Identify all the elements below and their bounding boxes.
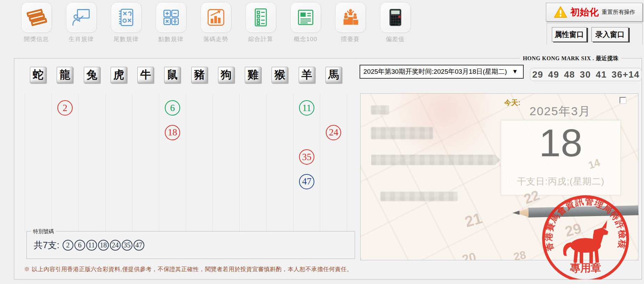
grid-column-馬 (320, 94, 347, 232)
toolbar-item-zodiac-pattern[interactable]: 生肖規律 (59, 2, 104, 43)
toolbar-item-label: 點數規律 (159, 35, 184, 43)
zodiac-cell: 蛇 (25, 63, 51, 86)
grid-column-猴 (267, 94, 293, 232)
horse-icon (563, 220, 608, 263)
special-number-11: 11 (86, 240, 97, 251)
toolbar-item-label: 生肖規律 (69, 35, 94, 43)
calendar-month-title: 2025年3月 (515, 103, 605, 119)
zodiac-button-狗[interactable]: 狗 (218, 67, 234, 83)
grid-column-兔 (79, 94, 105, 232)
grid-column-牛 (132, 94, 159, 232)
blurred-text-block (371, 105, 389, 115)
toolbar-item-label: 綜合計算 (248, 35, 273, 43)
toolbar-item-tail-pattern[interactable]: 尾數規律 (104, 2, 148, 43)
zodiac-cell: 牛 (132, 63, 159, 86)
zodiac-cell: 猴 (266, 63, 293, 86)
special-number-18: 18 (98, 240, 109, 251)
special-number-6: 6 (74, 240, 85, 251)
special-number-2: 2 (63, 240, 73, 251)
zodiac-cell: 兔 (79, 63, 105, 86)
calendar-day-card: 18 干支日:丙戌;(星期二) (501, 120, 621, 195)
grid-column-龍 (52, 94, 79, 232)
ganzhi-line: 干支日:丙戌;(星期二) (501, 175, 620, 188)
properties-window-button[interactable]: 属性窗口 (552, 27, 587, 42)
special-count-label: 共7支: (34, 239, 59, 251)
zodiac-cell: 馬 (320, 63, 347, 86)
draw-period-value: 2025年第30期开奖时间:2025年03月18日(星期二) (360, 67, 507, 76)
toolbar-item-trend[interactable]: 落碼走勢 (193, 2, 238, 43)
calendar-checkbox[interactable] (620, 97, 626, 103)
calendar-bg-number: 20 (461, 250, 478, 260)
zodiac-button-猴[interactable]: 猴 (272, 67, 288, 83)
entry-window-button[interactable]: 录入窗口 (591, 27, 628, 42)
grid-column-狗 (213, 94, 240, 232)
calendar-bg-number: 21 (463, 209, 484, 231)
toolbar-item-label: 開獎信息 (24, 35, 49, 43)
bar-chart-icon (201, 2, 231, 33)
latest-draw-box: 29 49 48 30 41 36+14 (530, 68, 642, 81)
checklist-icon (245, 2, 276, 33)
disclaimer-text: ※ 以上內容引用香港正版六合彩資料,僅提供參考，不保證其正確性，閱覽者若用於投資… (24, 266, 353, 273)
initialize-button[interactable]: 初始化 重置所有操作 (546, 3, 643, 22)
toolbar-item-composite-calc[interactable]: 綜合計算 (238, 2, 283, 43)
calendar-day-number: 18 (501, 123, 620, 164)
toolbar-item-deviation[interactable]: 偏差值 (373, 2, 418, 43)
toolbar-item-label: 尾數規律 (114, 35, 139, 43)
app-window: { "toolbar": { "items": [ {"name": "lott… (0, 0, 644, 284)
zodiac-button-豬[interactable]: 豬 (191, 67, 208, 83)
grid-column-鼠 (159, 94, 186, 232)
blurred-text-block (371, 127, 433, 139)
toolbar-item-concept-100[interactable]: 概念100 (283, 2, 328, 43)
zodiac-button-兔[interactable]: 兔 (84, 67, 100, 83)
zodiac-cell: 豬 (186, 63, 213, 86)
zodiac-grid (25, 94, 347, 232)
zodiac-button-龍[interactable]: 龍 (57, 67, 73, 83)
grid-column-雞 (240, 94, 266, 232)
toolbar-item-label: 擂臺賽 (341, 35, 360, 43)
toolbar-item-label: 偏差值 (386, 35, 405, 43)
red-stamp: 香港賽馬會資訊管理局特許檢核 專用章 (540, 194, 631, 284)
latest-draw-numbers: 29 49 48 30 41 36+14 (532, 69, 640, 80)
blurred-text-block (371, 155, 500, 165)
math-grid-icon (156, 2, 186, 33)
newspaper-icon (290, 2, 321, 33)
zodiac-cell: 鼠 (159, 63, 186, 86)
zodiac-button-row: 蛇龍兔虎牛鼠豬狗雞猴羊馬 (25, 63, 347, 86)
strategy-icon (111, 2, 142, 33)
toolbar-item-lottery-info[interactable]: 開獎信息 (14, 2, 59, 43)
grid-column-羊 (293, 94, 320, 232)
special-number-35: 35 (122, 240, 132, 251)
toolbar-item-label: 落碼走勢 (203, 35, 228, 43)
grid-column-豬 (186, 94, 213, 232)
zodiac-button-虎[interactable]: 虎 (111, 67, 127, 83)
zodiac-button-牛[interactable]: 牛 (137, 67, 154, 83)
special-number-24: 24 (110, 240, 121, 251)
draw-period-dropdown[interactable]: 2025年第30期开奖时间:2025年03月18日(星期二) ▼ (360, 65, 524, 79)
chevron-down-icon: ▼ (507, 68, 523, 75)
calendar-bg-number: 28 (513, 248, 528, 260)
blurred-text-block (380, 192, 458, 201)
zodiac-button-蛇[interactable]: 蛇 (30, 67, 46, 83)
stamp-bottom-text: 專用章 (570, 262, 601, 274)
grid-column-虎 (106, 94, 132, 232)
zodiac-cell: 羊 (293, 63, 320, 86)
zodiac-cell: 龍 (51, 63, 78, 86)
special-numbers-legend: 特別號碼 (31, 228, 56, 235)
initialize-label: 初始化 (571, 6, 599, 18)
zodiac-button-羊[interactable]: 羊 (299, 67, 315, 83)
special-numbers-box: 特別號碼 共7支: 261118243547 (26, 231, 355, 259)
reset-all-label: 重置所有操作 (602, 9, 635, 16)
books-icon (21, 2, 52, 33)
zodiac-button-鼠[interactable]: 鼠 (164, 67, 180, 83)
zodiac-button-馬[interactable]: 馬 (325, 67, 342, 83)
special-number-47: 47 (134, 240, 144, 251)
zodiac-button-雞[interactable]: 雞 (245, 67, 261, 83)
zodiac-cell: 虎 (105, 63, 132, 86)
toolbar-item-points-pattern[interactable]: 點數規律 (148, 2, 193, 43)
special-numbers-line: 共7支: 261118243547 (34, 239, 144, 251)
toolbar: 開獎信息生肖規律尾數規律點數規律落碼走勢綜合計算概念100擂臺賽偏差值 (14, 2, 418, 43)
grid-column-蛇 (25, 94, 52, 232)
warning-icon (554, 6, 567, 18)
zodiac-cell: 雞 (240, 63, 266, 86)
toolbar-item-arena[interactable]: 擂臺賽 (328, 2, 373, 43)
